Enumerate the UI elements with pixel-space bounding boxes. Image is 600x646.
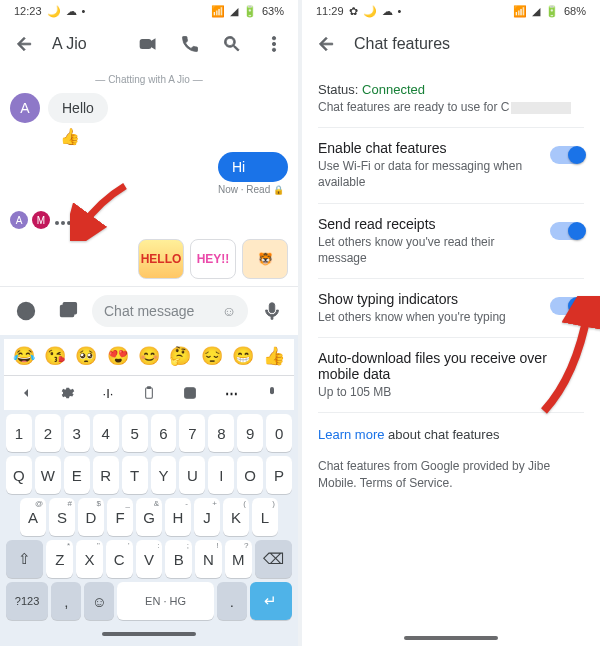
typing-indicators-row[interactable]: Show typing indicators Let others know w… — [318, 279, 584, 338]
emoji-option[interactable]: 🤔 — [169, 345, 191, 367]
incoming-bubble[interactable]: Hello — [48, 93, 108, 123]
gesture-bar[interactable] — [302, 628, 600, 640]
participant-avatar-a: A — [10, 211, 28, 229]
key[interactable]: $D — [78, 498, 104, 536]
key[interactable]: Q — [6, 456, 32, 494]
key[interactable]: 0 — [266, 414, 292, 452]
emoji-option[interactable]: 😂 — [13, 345, 35, 367]
settings-content[interactable]: Status: Connected Chat features are read… — [302, 66, 600, 628]
key[interactable]: *Z — [46, 540, 73, 578]
key[interactable]: T — [122, 456, 148, 494]
message-input[interactable]: Chat message ☺ — [92, 295, 248, 327]
key[interactable]: 8 — [208, 414, 234, 452]
key[interactable]: 7 — [179, 414, 205, 452]
battery-text: 63% — [262, 5, 284, 17]
key[interactable]: (K — [223, 498, 249, 536]
kb-collapse-button[interactable] — [6, 380, 46, 406]
emoji-option[interactable]: 😔 — [201, 345, 223, 367]
key[interactable]: 5 — [122, 414, 148, 452]
read-receipts-toggle[interactable] — [550, 222, 584, 240]
emoji-option[interactable]: 🥺 — [75, 345, 97, 367]
key[interactable]: "X — [76, 540, 103, 578]
comma-key[interactable]: , — [51, 582, 81, 620]
key[interactable]: 6 — [151, 414, 177, 452]
reaction-emoji[interactable]: 👍 — [60, 127, 288, 146]
read-receipts-row[interactable]: Send read receipts Let others know you'v… — [318, 204, 584, 279]
kb-more-button[interactable]: ⋯ — [211, 380, 251, 406]
search-button[interactable] — [214, 26, 250, 62]
key[interactable]: R — [93, 456, 119, 494]
enable-chat-row[interactable]: Enable chat features Use Wi-Fi or data f… — [318, 128, 584, 203]
key[interactable]: :V — [136, 540, 163, 578]
key[interactable]: W — [35, 456, 61, 494]
emoji-option[interactable]: 👍 — [263, 345, 285, 367]
sticker-wave[interactable]: 🐯 — [242, 239, 288, 279]
key[interactable]: 9 — [237, 414, 263, 452]
emoji-option[interactable]: 😊 — [138, 345, 160, 367]
add-attachment-button[interactable] — [8, 293, 44, 329]
key[interactable]: @A — [20, 498, 46, 536]
enter-key[interactable]: ↵ — [250, 582, 292, 620]
emoji-key[interactable]: ☺ — [84, 582, 114, 620]
settings-appbar: Chat features — [302, 22, 600, 66]
outgoing-bubble[interactable]: Hi — [218, 152, 288, 182]
sticker-suggestions: HELLO HEY!! 🐯 — [10, 239, 288, 279]
backspace-key[interactable]: ⌫ — [255, 540, 292, 578]
learn-more-link[interactable]: Learn more — [318, 427, 384, 442]
key[interactable]: &G — [136, 498, 162, 536]
back-button[interactable] — [6, 26, 42, 62]
key[interactable]: 1 — [6, 414, 32, 452]
video-call-button[interactable] — [130, 26, 166, 62]
voice-message-button[interactable] — [254, 293, 290, 329]
key[interactable]: 3 — [64, 414, 90, 452]
sticker-hello[interactable]: HELLO — [138, 239, 184, 279]
emoji-option[interactable]: 😘 — [44, 345, 66, 367]
contact-avatar[interactable]: A — [10, 93, 40, 123]
key[interactable]: ?M — [225, 540, 252, 578]
back-button[interactable] — [308, 26, 344, 62]
kb-sticker-button[interactable] — [170, 380, 210, 406]
key[interactable]: P — [266, 456, 292, 494]
more-button[interactable] — [256, 26, 292, 62]
kb-mic-button[interactable] — [252, 380, 292, 406]
emoji-option[interactable]: 😁 — [232, 345, 254, 367]
kb-clipboard-button[interactable] — [129, 380, 169, 406]
svg-rect-8 — [147, 386, 151, 389]
key[interactable]: I — [208, 456, 234, 494]
sticker-hey[interactable]: HEY!! — [190, 239, 236, 279]
space-key[interactable]: EN · HG — [117, 582, 213, 620]
period-key[interactable]: . — [217, 582, 247, 620]
key[interactable]: ;B — [165, 540, 192, 578]
typing-indicators-toggle[interactable] — [550, 297, 584, 315]
svg-point-10 — [188, 391, 189, 392]
symbols-key[interactable]: ?123 — [6, 582, 48, 620]
key[interactable]: E — [64, 456, 90, 494]
conversation-area[interactable]: — Chatting with A Jio — A Hello 👍 Hi Now… — [0, 66, 298, 286]
call-button[interactable] — [172, 26, 208, 62]
key[interactable]: _F — [107, 498, 133, 536]
moon-icon: 🌙 — [47, 5, 61, 18]
kb-settings-button[interactable] — [47, 380, 87, 406]
emoji-option[interactable]: 😍 — [107, 345, 129, 367]
key[interactable]: Y — [151, 456, 177, 494]
key[interactable]: 2 — [35, 414, 61, 452]
enable-chat-toggle[interactable] — [550, 146, 584, 164]
key[interactable]: 'C — [106, 540, 133, 578]
key[interactable]: 4 — [93, 414, 119, 452]
key[interactable]: U — [179, 456, 205, 494]
contact-name[interactable]: A Jio — [48, 35, 124, 53]
emoji-picker-icon[interactable]: ☺ — [222, 303, 236, 319]
key[interactable]: O — [237, 456, 263, 494]
key[interactable]: )L — [252, 498, 278, 536]
key[interactable]: -H — [165, 498, 191, 536]
auto-download-row[interactable]: Auto-download files you receive over mob… — [318, 338, 584, 413]
gesture-bar[interactable] — [4, 624, 294, 636]
key[interactable]: +J — [194, 498, 220, 536]
shift-key[interactable]: ⇧ — [6, 540, 43, 578]
redacted-number — [511, 102, 571, 114]
key[interactable]: #S — [49, 498, 75, 536]
gallery-button[interactable] — [50, 293, 86, 329]
moon-icon: 🌙 — [363, 5, 377, 18]
kb-text-button[interactable]: ·I· — [88, 380, 128, 406]
key[interactable]: !N — [195, 540, 222, 578]
